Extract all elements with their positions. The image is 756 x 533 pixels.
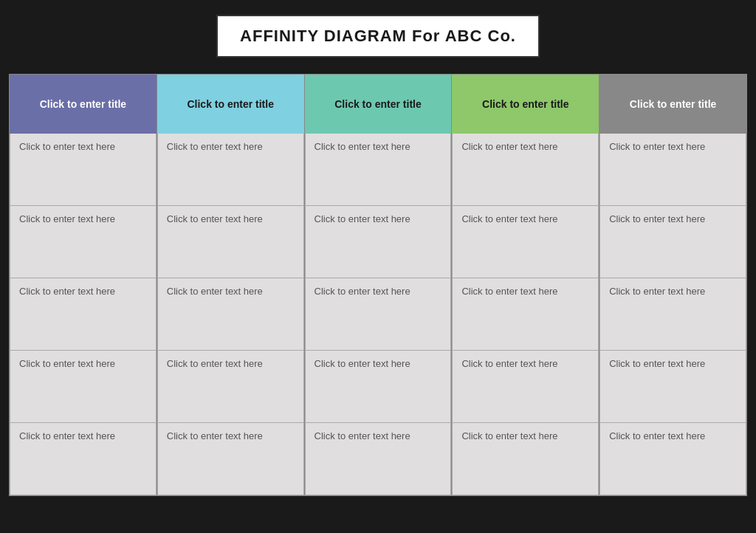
cell-3-5[interactable]: Click to enter text here <box>305 423 452 495</box>
cell-2-2[interactable]: Click to enter text here <box>157 206 304 278</box>
cell-5-4[interactable]: Click to enter text here <box>599 351 746 423</box>
column-header-2[interactable]: Click to enter title <box>157 75 304 134</box>
column-1: Click to enter titleClick to enter text … <box>9 74 157 496</box>
title-box: AFFINITY DIAGRAM For ABC Co. <box>216 15 540 58</box>
cell-2-4[interactable]: Click to enter text here <box>157 351 304 423</box>
cell-5-3[interactable]: Click to enter text here <box>599 278 746 351</box>
cell-2-5[interactable]: Click to enter text here <box>157 423 304 495</box>
column-3: Click to enter titleClick to enter text … <box>305 74 453 496</box>
cell-2-3[interactable]: Click to enter text here <box>157 278 304 351</box>
page-title: AFFINITY DIAGRAM For ABC Co. <box>240 27 516 45</box>
column-4: Click to enter titleClick to enter text … <box>452 74 599 496</box>
column-header-1[interactable]: Click to enter title <box>10 75 157 134</box>
cell-4-4[interactable]: Click to enter text here <box>452 351 599 423</box>
cell-1-1[interactable]: Click to enter text here <box>10 134 157 206</box>
cell-4-5[interactable]: Click to enter text here <box>452 423 599 495</box>
diagram-table: Click to enter titleClick to enter text … <box>9 74 747 496</box>
cell-1-2[interactable]: Click to enter text here <box>10 206 157 278</box>
column-header-3[interactable]: Click to enter title <box>305 75 452 134</box>
column-header-4[interactable]: Click to enter title <box>452 75 599 134</box>
cell-5-1[interactable]: Click to enter text here <box>599 134 746 206</box>
cell-5-5[interactable]: Click to enter text here <box>599 423 746 495</box>
cell-3-3[interactable]: Click to enter text here <box>305 278 452 351</box>
cell-1-5[interactable]: Click to enter text here <box>10 423 157 495</box>
cell-3-1[interactable]: Click to enter text here <box>305 134 452 206</box>
column-header-5[interactable]: Click to enter title <box>599 75 746 134</box>
cell-4-2[interactable]: Click to enter text here <box>452 206 599 278</box>
column-2: Click to enter titleClick to enter text … <box>157 74 305 496</box>
column-5: Click to enter titleClick to enter text … <box>599 74 747 496</box>
cell-4-3[interactable]: Click to enter text here <box>452 278 599 351</box>
cell-2-1[interactable]: Click to enter text here <box>157 134 304 206</box>
cell-3-2[interactable]: Click to enter text here <box>305 206 452 278</box>
cell-1-3[interactable]: Click to enter text here <box>10 278 157 351</box>
cell-1-4[interactable]: Click to enter text here <box>10 351 157 423</box>
cell-5-2[interactable]: Click to enter text here <box>599 206 746 278</box>
cell-3-4[interactable]: Click to enter text here <box>305 351 452 423</box>
page-container: AFFINITY DIAGRAM For ABC Co. Click to en… <box>0 0 756 533</box>
cell-4-1[interactable]: Click to enter text here <box>452 134 599 206</box>
